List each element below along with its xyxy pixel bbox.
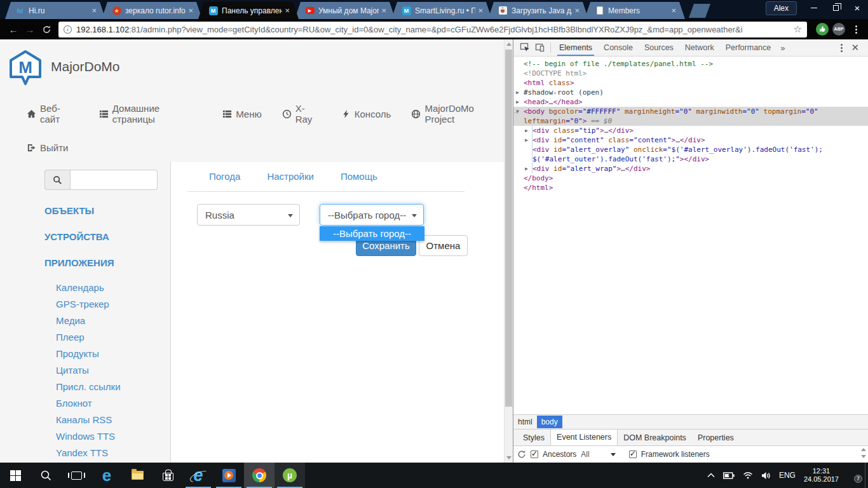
devtools-tab[interactable]: Console — [598, 39, 639, 56]
close-button[interactable]: × — [846, 0, 868, 15]
address-bar[interactable]: i 192.168.1.102:81/admin.php?view_mode=g… — [58, 22, 807, 37]
tab-close-icon[interactable]: × — [381, 6, 386, 15]
code-line[interactable]: <html class> — [513, 78, 868, 88]
panel-tab[interactable]: Event Listeners — [550, 429, 618, 445]
nav-item-1[interactable]: Веб-сайт — [27, 103, 79, 125]
adblock-plus-icon[interactable]: ABP — [832, 23, 845, 36]
nav-item-5[interactable]: Консоль — [341, 109, 391, 119]
taskbar-task-view[interactable] — [61, 463, 92, 488]
browser-menu-icon[interactable] — [851, 25, 860, 34]
panel-tab[interactable]: Styles — [517, 430, 550, 445]
sidebar-item[interactable]: Каналы RSS — [44, 412, 170, 428]
code-line[interactable]: …▼<body bgcolor="#FFFFFF" marginheight="… — [513, 107, 868, 126]
sidebar-section-header[interactable]: УСТРОЙСТВА — [44, 231, 170, 242]
taskbar-file-explorer[interactable] — [122, 463, 153, 488]
browser-tab[interactable]: ▶Умный дом MajorD× — [295, 2, 395, 19]
devtools-tab[interactable]: Sources — [639, 39, 679, 56]
device-toolbar-icon[interactable] — [532, 41, 548, 55]
reload-button[interactable] — [38, 21, 55, 37]
inspect-element-icon[interactable] — [517, 41, 532, 55]
show-desktop-button[interactable] — [865, 463, 868, 488]
browser-tab[interactable]: MSmartLiving.ru • Пр× — [391, 2, 492, 19]
content-tab[interactable]: Настройки — [267, 171, 314, 182]
page-info-icon[interactable]: i — [64, 25, 72, 34]
expand-arrow-icon[interactable]: ▶ — [516, 97, 519, 107]
logout-link[interactable]: Выйти — [27, 142, 68, 153]
code-line[interactable]: <!-- begin of file ./templates/panel.htm… — [513, 59, 868, 69]
wifi-icon[interactable] — [743, 471, 753, 479]
devtools-menu-icon[interactable] — [835, 44, 848, 52]
code-line[interactable]: ▶<div class="tip">…</div> — [513, 126, 868, 135]
sidebar-item[interactable]: Медиа — [44, 313, 170, 329]
sidebar-item[interactable]: GPS-трекер — [44, 296, 170, 313]
expand-arrow-icon[interactable]: ▶ — [525, 126, 528, 135]
expand-arrow-icon[interactable]: ▶ — [516, 88, 519, 97]
code-line[interactable]: <!DOCTYPE html> — [513, 69, 868, 78]
sidebar-item[interactable]: Продукты — [44, 346, 170, 362]
taskbar-search[interactable] — [31, 463, 61, 488]
clock[interactable]: 12:31 24.05.2017 — [804, 467, 839, 484]
taskbar-store[interactable] — [153, 463, 183, 488]
extension-thumb-icon[interactable] — [816, 23, 829, 36]
sidebar-item[interactable]: Присл. ссылки — [44, 379, 170, 395]
minimize-button[interactable] — [803, 0, 825, 15]
cancel-button[interactable]: Отмена — [419, 235, 468, 256]
sidebar-item[interactable]: Блокнот — [44, 395, 170, 412]
devtools-tab[interactable]: Network — [679, 39, 720, 56]
refresh-icon[interactable] — [517, 450, 526, 459]
sidebar-item[interactable]: Yandex TTS — [44, 445, 170, 461]
search-button[interactable] — [44, 170, 70, 190]
devtools-tab[interactable]: Elements — [553, 39, 598, 56]
taskbar-chrome[interactable] — [244, 463, 275, 488]
url-text[interactable]: 192.168.1.102:81/admin.php?view_mode=get… — [76, 25, 790, 34]
language-indicator[interactable]: ENG — [779, 471, 796, 480]
dropdown-caret-icon[interactable] — [611, 453, 616, 456]
expand-arrow-icon[interactable]: ▶ — [525, 164, 528, 173]
devtools-tab[interactable]: Performance — [720, 39, 777, 56]
scroll-down-arrow[interactable] — [505, 453, 513, 463]
back-button[interactable]: ← — [5, 21, 22, 37]
tab-close-icon[interactable]: × — [188, 6, 193, 15]
bookmark-star-icon[interactable]: ☆ — [794, 24, 802, 35]
scrollbar-thumb[interactable] — [505, 50, 512, 407]
code-line[interactable]: </html> — [513, 183, 868, 193]
code-line[interactable]: <div id="alert_overlay" onclick="$('#ale… — [513, 145, 868, 164]
devtools-close-icon[interactable]: ✕ — [848, 42, 864, 53]
country-select[interactable]: Russia — [197, 204, 300, 226]
nav-item-6[interactable]: MajorDoMo Project — [411, 103, 504, 125]
tab-close-icon[interactable]: × — [671, 6, 676, 15]
framework-listeners-checkbox[interactable] — [629, 451, 637, 458]
nav-item-3[interactable]: Меню — [222, 109, 262, 119]
nav-item-4[interactable]: X-Ray — [282, 103, 321, 125]
scroll-up-arrow[interactable] — [505, 39, 513, 49]
browser-tab[interactable]: Загрузить Java для× — [488, 2, 588, 19]
browser-tab[interactable]: hiHi.ru× — [5, 2, 105, 19]
taskbar-media-player[interactable] — [214, 463, 244, 488]
city-select[interactable]: --Выбрать город-- — [320, 204, 424, 226]
tab-close-icon[interactable]: × — [92, 6, 97, 15]
sidebar-item[interactable]: Цитаты — [44, 362, 170, 379]
ancestors-checkbox[interactable] — [531, 451, 538, 458]
expand-arrow-icon[interactable]: ▶ — [525, 135, 528, 145]
expand-arrow-icon[interactable]: ▼ — [516, 107, 519, 116]
code-line[interactable]: ▶#shadow-root (open) — [513, 88, 868, 97]
more-tabs-button[interactable]: » — [776, 43, 789, 53]
restore-button[interactable] — [825, 0, 846, 15]
taskbar-edge[interactable]: e — [92, 463, 122, 488]
forward-button[interactable]: → — [22, 21, 38, 37]
code-line[interactable]: ▶<div id="alert_wrap">…</div> — [513, 164, 868, 173]
content-tab[interactable]: Погода — [209, 171, 240, 182]
sidebar-section-header[interactable]: ПРИЛОЖЕНИЯ — [44, 257, 170, 268]
mini-scrollbar[interactable] — [861, 448, 866, 458]
code-line[interactable]: ▶<div id="content" class="content">…</di… — [513, 135, 868, 145]
new-tab-button[interactable] — [689, 4, 710, 18]
taskbar-start[interactable] — [0, 463, 31, 488]
volume-icon[interactable] — [761, 471, 771, 480]
page-scrollbar[interactable] — [504, 39, 513, 463]
breadcrumb-html[interactable]: html — [513, 416, 537, 428]
breadcrumb-body[interactable]: body — [537, 416, 562, 428]
tab-close-icon[interactable]: × — [574, 6, 580, 15]
tab-close-icon[interactable]: × — [478, 6, 483, 15]
sidebar-item[interactable]: Календарь — [44, 280, 170, 296]
sidebar-item[interactable]: Windows TTS — [44, 428, 170, 445]
